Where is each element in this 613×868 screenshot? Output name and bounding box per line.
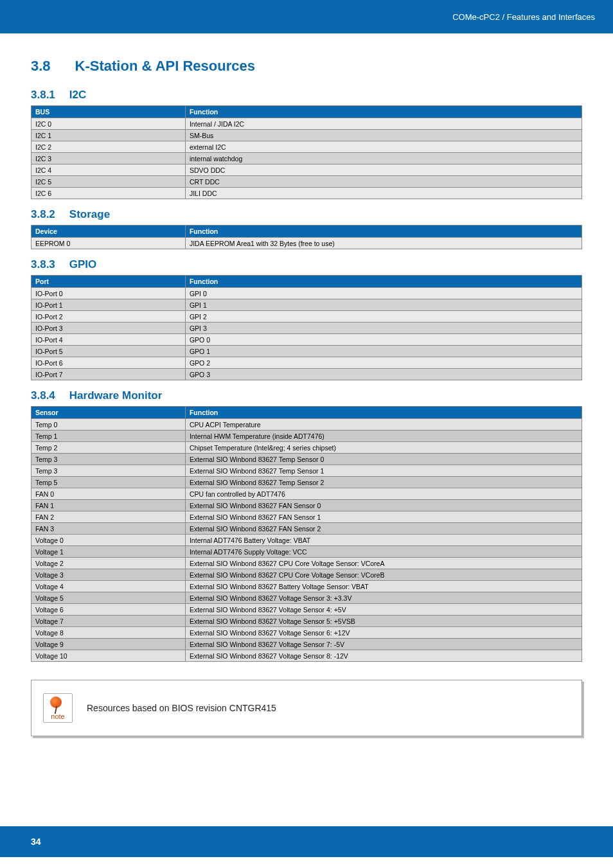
table-row: I2C 0Internal / JIDA I2C [31, 118, 582, 130]
hw-title: Hardware Monitor [69, 389, 163, 402]
i2c-number: 3.8.1 [31, 89, 55, 101]
table-cell: IO-Port 6 [31, 357, 186, 369]
table-cell: GPI 0 [185, 288, 582, 299]
table-row: I2C 2external I2C [31, 141, 582, 153]
table-cell: Internal ADT7476 Battery Voltage: VBAT [185, 535, 582, 546]
table-row: Temp 3External SIO Winbond 83627 Temp Se… [31, 465, 582, 477]
table-cell: IO-Port 4 [31, 334, 186, 346]
page-content: 3.8K-Station & API Resources 3.8.1I2C BU… [0, 33, 613, 749]
table-cell: External SIO Winbond 83627 Voltage Senso… [185, 604, 582, 616]
hw-th-sensor: Sensor [31, 407, 186, 419]
table-cell: Voltage 1 [31, 546, 186, 558]
gpio-th-func: Function [185, 276, 582, 288]
table-cell: Voltage 7 [31, 616, 186, 627]
table-cell: FAN 0 [31, 488, 186, 500]
table-cell: Voltage 8 [31, 627, 186, 639]
table-cell: Voltage 0 [31, 535, 186, 546]
table-row: FAN 3External SIO Winbond 83627 FAN Sens… [31, 523, 582, 535]
table-cell: IO-Port 5 [31, 346, 186, 357]
table-row: Voltage 8External SIO Winbond 83627 Volt… [31, 627, 582, 639]
table-row: Temp 1Internal HWM Temperature (inside A… [31, 430, 582, 442]
table-cell: SDVO DDC [185, 164, 582, 176]
gpio-th-port: Port [31, 276, 186, 288]
table-row: IO-Port 2GPI 2 [31, 311, 582, 323]
table-row: Voltage 7External SIO Winbond 83627 Volt… [31, 616, 582, 627]
table-cell: Temp 2 [31, 442, 186, 454]
table-cell: Internal HWM Temperature (inside ADT7476… [185, 430, 582, 442]
storage-title: Storage [69, 208, 110, 220]
table-cell: external I2C [185, 141, 582, 153]
gpio-title: GPIO [69, 258, 97, 270]
table-cell: External SIO Winbond 83627 Voltage Senso… [185, 616, 582, 627]
table-cell: Chipset Temperature (Intel&reg; 4 series… [185, 442, 582, 454]
table-row: Voltage 3External SIO Winbond 83627 CPU … [31, 569, 582, 581]
i2c-title: I2C [69, 89, 86, 101]
table-row: I2C 6JILI DDC [31, 188, 582, 199]
table-cell: FAN 1 [31, 500, 186, 511]
note-icon-label: note [44, 713, 72, 720]
table-cell: Temp 1 [31, 430, 186, 442]
page-number: 34 [31, 837, 41, 847]
section-heading: 3.8K-Station & API Resources [31, 58, 582, 75]
hw-number: 3.8.4 [31, 389, 55, 402]
table-row: IO-Port 4GPO 0 [31, 334, 582, 346]
note-text: Resources based on BIOS revision CNTGR41… [87, 703, 276, 713]
table-cell: Voltage 4 [31, 581, 186, 592]
table-cell: External SIO Winbond 83627 CPU Core Volt… [185, 569, 582, 581]
table-cell: Voltage 10 [31, 650, 186, 662]
table-cell: Temp 5 [31, 477, 186, 488]
table-cell: External SIO Winbond 83627 Voltage Senso… [185, 650, 582, 662]
table-cell: External SIO Winbond 83627 Temp Sensor 0 [185, 454, 582, 465]
table-cell: IO-Port 1 [31, 299, 186, 311]
table-cell: External SIO Winbond 83627 Temp Sensor 1 [185, 465, 582, 477]
table-cell: IO-Port 2 [31, 311, 186, 323]
table-cell: External SIO Winbond 83627 FAN Sensor 1 [185, 511, 582, 523]
table-cell: FAN 3 [31, 523, 186, 535]
gpio-heading: 3.8.3GPIO [31, 258, 582, 271]
table-cell: Temp 0 [31, 419, 186, 430]
table-cell: External SIO Winbond 83627 Voltage Senso… [185, 627, 582, 639]
section-title: K-Station & API Resources [75, 58, 255, 74]
table-row: FAN 0CPU fan controlled by ADT7476 [31, 488, 582, 500]
table-cell: FAN 2 [31, 511, 186, 523]
table-cell: Temp 3 [31, 454, 186, 465]
table-cell: GPO 3 [185, 369, 582, 380]
table-row: Voltage 5External SIO Winbond 83627 Volt… [31, 592, 582, 604]
table-row: Voltage 1Internal ADT7476 Supply Voltage… [31, 546, 582, 558]
table-row: IO-Port 5GPO 1 [31, 346, 582, 357]
table-cell: GPO 0 [185, 334, 582, 346]
table-cell: Voltage 3 [31, 569, 186, 581]
table-cell: GPI 1 [185, 299, 582, 311]
table-cell: JIDA EEPROM Area1 with 32 Bytes (free to… [185, 238, 582, 249]
storage-table: Device Function EEPROM 0JIDA EEPROM Area… [31, 225, 582, 249]
table-row: I2C 3internal watchdog [31, 153, 582, 164]
table-cell: I2C 3 [31, 153, 186, 164]
table-row: Voltage 0Internal ADT7476 Battery Voltag… [31, 535, 582, 546]
table-row: FAN 2External SIO Winbond 83627 FAN Sens… [31, 511, 582, 523]
header-bar: COMe-cPC2 / Features and Interfaces [0, 0, 613, 33]
table-cell: IO-Port 0 [31, 288, 186, 299]
table-row: I2C 1SM-Bus [31, 130, 582, 141]
table-row: I2C 5CRT DDC [31, 176, 582, 188]
table-cell: SM-Bus [185, 130, 582, 141]
table-cell: GPI 2 [185, 311, 582, 323]
table-row: Voltage 2External SIO Winbond 83627 CPU … [31, 558, 582, 569]
table-row: EEPROM 0JIDA EEPROM Area1 with 32 Bytes … [31, 238, 582, 249]
note-box: note Resources based on BIOS revision CN… [31, 680, 582, 736]
table-cell: External SIO Winbond 83627 Voltage Senso… [185, 639, 582, 650]
table-row: IO-Port 3GPI 3 [31, 323, 582, 334]
table-cell: Voltage 5 [31, 592, 186, 604]
i2c-table: BUS Function I2C 0Internal / JIDA I2CI2C… [31, 105, 582, 199]
table-cell: External SIO Winbond 83627 CPU Core Volt… [185, 558, 582, 569]
note-icon: note [43, 693, 73, 723]
table-cell: EEPROM 0 [31, 238, 186, 249]
table-row: Voltage 10External SIO Winbond 83627 Vol… [31, 650, 582, 662]
storage-th-func: Function [185, 226, 582, 238]
table-cell: CPU fan controlled by ADT7476 [185, 488, 582, 500]
table-cell: IO-Port 3 [31, 323, 186, 334]
table-row: IO-Port 1GPI 1 [31, 299, 582, 311]
table-cell: GPI 3 [185, 323, 582, 334]
section-number: 3.8 [31, 58, 51, 74]
gpio-table: Port Function IO-Port 0GPI 0IO-Port 1GPI… [31, 275, 582, 380]
table-cell: Voltage 6 [31, 604, 186, 616]
